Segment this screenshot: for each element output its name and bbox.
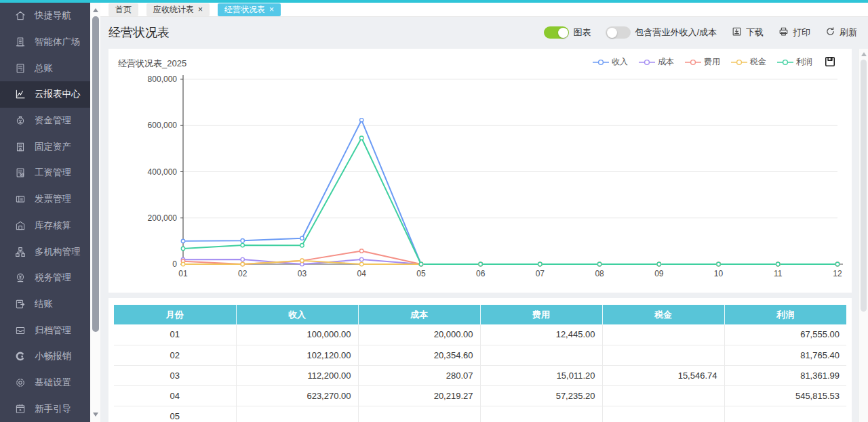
- sidebar-item-fixed-assets[interactable]: 固定资产: [0, 133, 90, 160]
- ledger-icon: [14, 62, 26, 75]
- content-scrollbar-thumb[interactable]: [861, 60, 867, 312]
- table-header-row: 月份收入成本费用税金利润: [114, 305, 846, 324]
- value-cell: 112,200.00: [236, 365, 358, 385]
- svg-text:04: 04: [357, 269, 367, 278]
- sidebar-item-label: 固定资产: [35, 141, 71, 153]
- sidebar-item-label: 总账: [35, 62, 53, 75]
- scroll-up-icon[interactable]: [861, 52, 867, 56]
- scroll-down-icon[interactable]: [93, 413, 98, 417]
- value-cell: 12,445.00: [480, 324, 602, 345]
- sidebar-scrollbar-thumb[interactable]: [92, 16, 99, 332]
- sidebar-item-label: 归档管理: [35, 324, 71, 337]
- sidebar-item-label: 小畅报销: [35, 350, 71, 362]
- sidebar-item-payroll-management[interactable]: 工资管理: [0, 160, 90, 186]
- print-label: 打印: [793, 26, 810, 39]
- close-icon[interactable]: ×: [198, 5, 203, 14]
- sidebar-item-label: 结账: [35, 298, 53, 310]
- value-cell: 81,361.99: [724, 365, 846, 385]
- value-cell: 623,270.00: [236, 385, 358, 406]
- toggle-knob: [607, 28, 617, 38]
- tab-business-status-report[interactable]: 经营状况表×: [218, 3, 281, 16]
- sidebar-item-funds-management[interactable]: 资金管理: [0, 108, 90, 134]
- svg-text:07: 07: [536, 269, 545, 278]
- column-header: 月份: [114, 305, 236, 324]
- tab-label: 首页: [115, 4, 132, 16]
- value-cell: 57,235.20: [480, 385, 602, 406]
- sidebar-item-general-ledger[interactable]: 总账: [0, 55, 90, 81]
- funds-icon: [14, 114, 26, 127]
- toggle-knob: [558, 28, 568, 38]
- archive-icon: [14, 324, 26, 337]
- sidebar-item-reimbursement[interactable]: 小畅报销: [0, 343, 90, 370]
- svg-text:0: 0: [172, 259, 177, 269]
- svg-text:10: 10: [714, 269, 724, 278]
- home-icon: [14, 9, 26, 22]
- main-content: 首页应收统计表×经营状况表× 经营状况表 图表 包含营业外收入/成本 下载: [100, 3, 868, 422]
- svg-text:400,000: 400,000: [148, 167, 178, 177]
- sidebar-item-tax-management[interactable]: 税务管理: [0, 265, 90, 291]
- download-icon: [732, 26, 742, 39]
- value-cell: 102,120.00: [236, 345, 358, 365]
- svg-text:02: 02: [238, 269, 248, 278]
- column-header: 费用: [480, 305, 602, 324]
- close-icon[interactable]: ×: [269, 5, 274, 14]
- table-panel: 月份收入成本费用税金利润01100,000.0020,000.0012,445.…: [108, 298, 852, 422]
- cloud-report-icon: [14, 88, 26, 100]
- guide-icon: [14, 403, 26, 415]
- sidebar-item-quick-nav[interactable]: 快捷导航: [0, 3, 90, 29]
- value-cell: [602, 406, 724, 422]
- value-cell: [236, 406, 358, 422]
- page-title: 经营状况表: [108, 24, 170, 41]
- sidebar-item-basic-settings[interactable]: 基础设置: [0, 370, 90, 396]
- svg-text:800,000: 800,000: [148, 75, 178, 84]
- download-label: 下载: [746, 26, 764, 39]
- sidebar-item-label: 发票管理: [35, 193, 71, 205]
- sidebar-item-beginner-guide[interactable]: 新手引导: [0, 396, 90, 422]
- scroll-up-icon[interactable]: [93, 8, 98, 12]
- tab-receivables-report[interactable]: 应收统计表×: [146, 3, 210, 16]
- settings-icon: [14, 377, 26, 389]
- column-header: 税金: [602, 305, 724, 324]
- sidebar-item-cloud-report-center[interactable]: 云报表中心: [0, 81, 90, 108]
- tax-icon: [14, 272, 26, 284]
- value-cell: [358, 406, 480, 422]
- content-scrollbar[interactable]: [859, 49, 868, 422]
- sidebar-item-inventory-accounting[interactable]: 库存核算: [0, 213, 90, 239]
- inventory-icon: [14, 219, 26, 232]
- include-nonoperating-toggle[interactable]: [606, 26, 631, 39]
- value-cell: 20,354.60: [358, 345, 480, 365]
- svg-text:06: 06: [476, 269, 486, 278]
- refresh-button[interactable]: 刷新: [825, 26, 857, 39]
- print-button[interactable]: 打印: [778, 26, 810, 39]
- tab-home[interactable]: 首页: [108, 3, 138, 16]
- value-cell: [724, 406, 846, 422]
- value-cell: 20,000.00: [358, 324, 480, 345]
- sidebar-item-agent-plaza[interactable]: 智能体广场: [0, 29, 90, 56]
- column-header: 成本: [358, 305, 480, 324]
- sidebar-item-label: 智能体广场: [35, 36, 81, 48]
- line-chart[interactable]: 0200,000400,000600,000800,00001020304050…: [108, 49, 852, 293]
- sidebar-item-multi-org-management[interactable]: 多机构管理: [0, 238, 90, 265]
- table-row: 03112,200.00280.0715,011.2015,546.7481,3…: [114, 365, 846, 385]
- sidebar-item-invoice-management[interactable]: 发票管理: [0, 186, 90, 213]
- sidebar-item-label: 快捷导航: [35, 9, 71, 22]
- value-cell: 20,219.27: [358, 385, 480, 406]
- sidebar-item-label: 基础设置: [35, 377, 71, 389]
- download-button[interactable]: 下载: [732, 26, 764, 39]
- sidebar-item-archive-management[interactable]: 归档管理: [0, 317, 90, 343]
- sidebar-item-label: 工资管理: [35, 167, 71, 179]
- page-header: 经营状况表 图表 包含营业外收入/成本 下载 打印: [100, 18, 868, 47]
- value-cell: [602, 324, 724, 345]
- top-accent-bar: [0, 0, 868, 3]
- month-cell: 01: [114, 324, 236, 345]
- chart-toggle[interactable]: [544, 26, 569, 39]
- value-cell: 15,011.20: [480, 365, 602, 385]
- sidebar-scrollbar[interactable]: [90, 3, 100, 422]
- sidebar-item-closing[interactable]: 结账: [0, 291, 90, 318]
- value-cell: [602, 345, 724, 365]
- tab-label: 应收统计表: [153, 4, 194, 16]
- value-cell: [480, 406, 602, 422]
- reimburse-icon: [14, 350, 26, 362]
- value-cell: 81,765.40: [724, 345, 846, 365]
- sidebar-item-label: 新手引导: [35, 403, 71, 415]
